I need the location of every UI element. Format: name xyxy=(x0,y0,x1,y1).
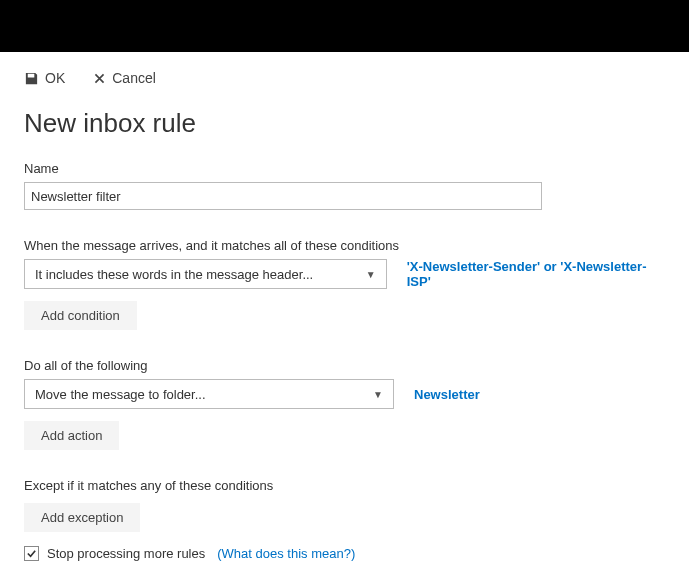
add-condition-button[interactable]: Add condition xyxy=(24,301,137,330)
actions-value-link[interactable]: Newsletter xyxy=(414,387,480,402)
close-icon xyxy=(93,72,106,85)
conditions-dropdown[interactable]: It includes these words in the message h… xyxy=(24,259,387,289)
name-input[interactable] xyxy=(24,182,542,210)
content-area: OK Cancel New inbox rule Name When the m… xyxy=(0,52,689,575)
help-link[interactable]: (What does this mean?) xyxy=(217,546,355,561)
cancel-button[interactable]: Cancel xyxy=(93,70,156,86)
chevron-down-icon: ▼ xyxy=(373,389,383,400)
actions-label: Do all of the following xyxy=(24,358,665,373)
ok-button[interactable]: OK xyxy=(24,70,65,86)
chevron-down-icon: ▼ xyxy=(366,269,376,280)
page-title: New inbox rule xyxy=(24,108,665,139)
svg-rect-0 xyxy=(32,74,34,77)
conditions-label: When the message arrives, and it matches… xyxy=(24,238,665,253)
conditions-value-link[interactable]: 'X-Newsletter-Sender' or 'X-Newsletter-I… xyxy=(407,259,665,289)
add-exception-button[interactable]: Add exception xyxy=(24,503,140,532)
top-bar xyxy=(0,0,689,52)
name-label: Name xyxy=(24,161,665,176)
actions-dropdown-value: Move the message to folder... xyxy=(35,387,206,402)
exceptions-label: Except if it matches any of these condit… xyxy=(24,478,665,493)
add-action-button[interactable]: Add action xyxy=(24,421,119,450)
cancel-label: Cancel xyxy=(112,70,156,86)
stop-processing-checkbox[interactable] xyxy=(24,546,39,561)
save-icon xyxy=(24,71,39,86)
actions-dropdown[interactable]: Move the message to folder... ▼ xyxy=(24,379,394,409)
toolbar: OK Cancel xyxy=(24,70,665,86)
stop-processing-label: Stop processing more rules xyxy=(47,546,205,561)
checkmark-icon xyxy=(26,548,37,559)
stop-processing-row: Stop processing more rules (What does th… xyxy=(24,546,665,561)
actions-row: Move the message to folder... ▼ Newslett… xyxy=(24,379,665,409)
conditions-dropdown-value: It includes these words in the message h… xyxy=(35,267,313,282)
ok-label: OK xyxy=(45,70,65,86)
conditions-row: It includes these words in the message h… xyxy=(24,259,665,289)
